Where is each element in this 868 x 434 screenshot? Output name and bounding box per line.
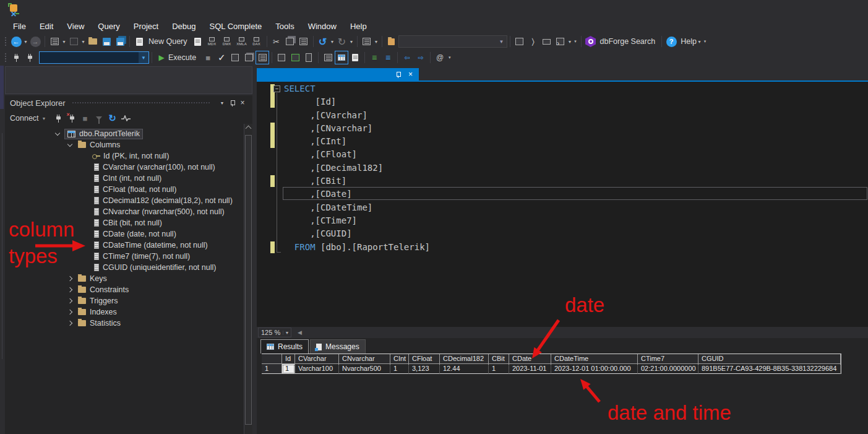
- find-dropdown-icon[interactable]: ▼: [497, 36, 507, 47]
- menu-edit[interactable]: Edit: [33, 20, 60, 33]
- activity-monitor-icon[interactable]: [119, 111, 133, 125]
- paste-icon[interactable]: [297, 35, 311, 48]
- results-to-grid-icon[interactable]: [335, 51, 348, 64]
- grid-cell[interactable]: 2023-12-01 01:00:00.000: [551, 364, 638, 374]
- find-combobox[interactable]: ▼: [398, 35, 507, 48]
- client-stats-icon[interactable]: [302, 51, 316, 64]
- tab-messages[interactable]: Messages: [310, 339, 366, 354]
- new-project-dropdown-icon[interactable]: ▼: [61, 35, 67, 48]
- save-icon[interactable]: [100, 35, 113, 48]
- redo-icon[interactable]: ↻: [335, 35, 349, 48]
- chevron-right-icon[interactable]: [67, 276, 72, 281]
- stop-icon[interactable]: ■: [79, 111, 92, 125]
- toolbar-overflow-icon[interactable]: ▾: [573, 35, 578, 48]
- grid-cell[interactable]: Varchar100: [295, 364, 339, 374]
- increase-indent-icon[interactable]: ⇨: [414, 51, 428, 64]
- grid-header[interactable]: CDateTime: [551, 354, 638, 364]
- estimated-plan-icon[interactable]: [275, 51, 288, 64]
- scroll-up-icon[interactable]: [246, 126, 252, 132]
- scroll-left-icon[interactable]: ◀: [298, 329, 302, 336]
- new-query-button[interactable]: New Query: [148, 37, 187, 46]
- query-tab[interactable]: ×: [257, 68, 419, 80]
- chevron-right-icon[interactable]: [67, 321, 72, 326]
- chevron-down-icon[interactable]: [67, 141, 72, 146]
- menu-sql-complete[interactable]: SQL Complete: [203, 20, 269, 33]
- toolbar-grip-2[interactable]: [4, 53, 7, 63]
- back-dropdown-icon[interactable]: ▼: [23, 35, 28, 48]
- disconnect-server-icon[interactable]: ×: [65, 111, 79, 125]
- grid-cell[interactable]: 891B5E77-CA93-429B-8B35-338132229684: [698, 364, 841, 374]
- execute-button[interactable]: Execute: [168, 53, 196, 62]
- live-query-stats-icon[interactable]: [288, 51, 302, 64]
- grid-cell[interactable]: 3,123: [409, 364, 440, 374]
- grid-cell[interactable]: 1: [489, 364, 509, 374]
- grid-header[interactable]: CTime7: [638, 354, 698, 364]
- grid-cell[interactable]: 12.44: [440, 364, 489, 374]
- intellisense-icon[interactable]: [360, 35, 374, 48]
- help-button[interactable]: Help: [681, 37, 697, 46]
- scrollbar-thumb[interactable]: [245, 135, 252, 425]
- filter-icon[interactable]: [92, 111, 106, 125]
- close-panel-icon[interactable]: ×: [238, 98, 247, 107]
- comment-lines-icon[interactable]: ≡: [367, 51, 381, 64]
- window-position-dropdown-icon[interactable]: ▼: [217, 101, 227, 105]
- results-to-text-icon[interactable]: [321, 51, 335, 64]
- grid-cell-selected[interactable]: 1: [282, 364, 295, 374]
- grid-cell[interactable]: 1: [390, 364, 409, 374]
- execute-icon[interactable]: ▶: [155, 51, 168, 64]
- available-databases-combobox[interactable]: ▼: [39, 51, 149, 64]
- chevron-right-icon[interactable]: [67, 298, 72, 303]
- chevron-right-icon[interactable]: [67, 287, 72, 292]
- menu-debug[interactable]: Debug: [165, 20, 202, 33]
- menu-file[interactable]: File: [6, 20, 33, 33]
- toolbar-grip[interactable]: [4, 37, 7, 46]
- row-header-cell[interactable]: 1: [262, 364, 282, 374]
- databases-dropdown-icon[interactable]: ▼: [139, 52, 148, 63]
- tree-item-keys[interactable]: Keys: [5, 273, 252, 284]
- console-icon[interactable]: ›: [554, 35, 567, 48]
- tree-item-constraints[interactable]: Constraints: [5, 284, 252, 295]
- new-project-icon[interactable]: [48, 35, 61, 48]
- close-tab-icon[interactable]: ×: [408, 70, 413, 79]
- grid-header[interactable]: CNvarchar: [339, 354, 390, 364]
- redo-dropdown-icon[interactable]: ▼: [349, 35, 355, 48]
- collapsed-panel-strip[interactable]: [0, 66, 4, 109]
- xml-showplan-icon[interactable]: [513, 35, 526, 48]
- grid-header[interactable]: CDecimal182: [440, 354, 489, 364]
- menu-view[interactable]: View: [60, 20, 91, 33]
- tree-item-column[interactable]: CNvarchar (nvarchar(500), not null): [5, 206, 252, 217]
- new-database-query-icon[interactable]: [191, 35, 205, 48]
- object-explorer-scrollbar[interactable]: [244, 124, 252, 434]
- change-connection-icon[interactable]: [23, 51, 37, 64]
- grid-cell[interactable]: 2023-11-01: [509, 364, 551, 374]
- panel-drag-handle[interactable]: [72, 102, 211, 105]
- tree-item-column[interactable]: CInt (int, not null): [5, 173, 252, 184]
- tab-results[interactable]: Results: [260, 339, 309, 354]
- open-file-icon[interactable]: [86, 35, 100, 48]
- uncomment-lines-icon[interactable]: ≡: [381, 51, 395, 64]
- mdx-query-icon[interactable]: MDX: [205, 37, 220, 46]
- wrench-icon[interactable]: 〉: [526, 35, 540, 48]
- undo-dropdown-icon[interactable]: ▼: [330, 35, 335, 48]
- grid-corner-cell[interactable]: [262, 354, 282, 364]
- cut-icon[interactable]: ✂: [270, 35, 283, 48]
- grid-header[interactable]: CDate: [509, 354, 551, 364]
- collapse-region-icon[interactable]: −: [273, 85, 280, 92]
- tree-item-column[interactable]: CVarchar (varchar(100), not null): [5, 162, 252, 173]
- grid-header[interactable]: CGUID: [698, 354, 841, 364]
- tree-item-triggers[interactable]: Triggers: [5, 295, 252, 306]
- pin-tab-icon[interactable]: [396, 72, 400, 77]
- tree-item-column[interactable]: CDecimal182 (decimal(18,2), not null): [5, 195, 252, 206]
- editor-zoom-control[interactable]: 125 % ▼: [258, 328, 291, 337]
- navigate-forward-icon[interactable]: →: [28, 35, 42, 48]
- navigate-back-icon[interactable]: ←: [9, 35, 23, 48]
- save-all-icon[interactable]: [113, 35, 127, 48]
- tree-item-table[interactable]: dbo.RaportTelerik: [5, 128, 252, 139]
- grid-header[interactable]: CFloat: [409, 354, 440, 364]
- dbforge-search-button[interactable]: dbForge Search: [600, 37, 656, 46]
- chevron-down-icon[interactable]: [55, 130, 60, 135]
- undo-icon[interactable]: ↺: [316, 35, 330, 48]
- sql-editor[interactable]: − SELECT [Id] ,[CVarchar] ,[CNvarchar] ,…: [257, 82, 868, 327]
- add-item-dropdown-icon[interactable]: ▼: [80, 35, 86, 48]
- results-to-file-icon[interactable]: [348, 51, 362, 64]
